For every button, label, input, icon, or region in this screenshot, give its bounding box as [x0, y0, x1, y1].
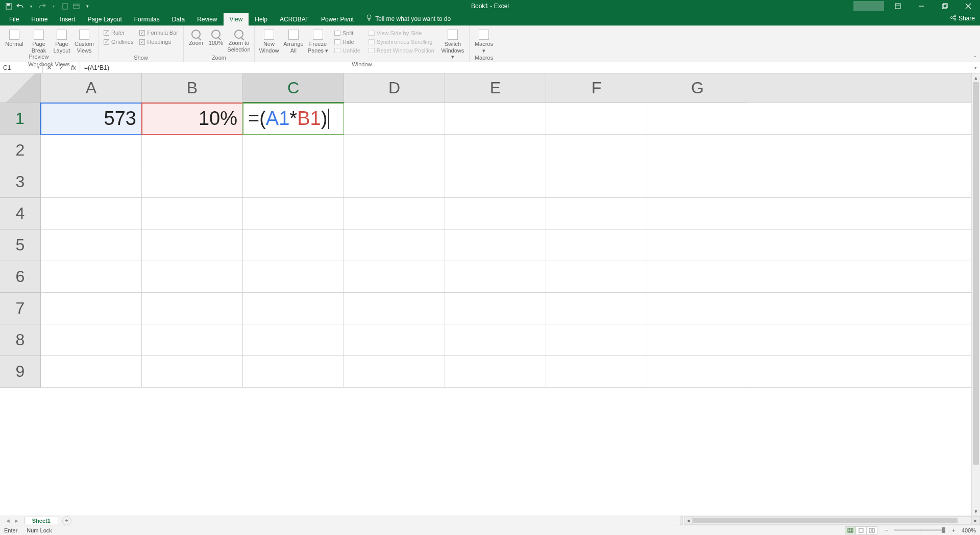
tab-data[interactable]: Data: [166, 13, 191, 26]
cell-D4[interactable]: [344, 198, 445, 230]
row-header-2[interactable]: 2: [0, 135, 41, 166]
row-header-3[interactable]: 3: [0, 166, 41, 198]
cell-E7[interactable]: [445, 293, 546, 324]
row-header-1[interactable]: 1: [0, 103, 41, 135]
tab-power-pivot[interactable]: Power Pivot: [315, 13, 360, 26]
zoom-100-button[interactable]: 100%: [207, 29, 225, 46]
page-layout-shortcut[interactable]: [855, 526, 867, 534]
cell-A6[interactable]: [41, 261, 142, 293]
select-all-corner[interactable]: [0, 73, 41, 103]
row-header-7[interactable]: 7: [0, 293, 41, 324]
ribbon-display-options-icon[interactable]: [886, 0, 910, 12]
cell-G8[interactable]: [647, 324, 748, 356]
cell-B3[interactable]: [142, 166, 243, 198]
tab-acrobat[interactable]: ACROBAT: [274, 13, 315, 26]
cell-D8[interactable]: [344, 324, 445, 356]
minimize-icon[interactable]: [910, 0, 933, 12]
maximize-icon[interactable]: [933, 0, 957, 12]
cell-C9[interactable]: [243, 356, 344, 388]
cell-D2[interactable]: [344, 135, 445, 166]
cell-C3[interactable]: [243, 166, 344, 198]
undo-more-icon[interactable]: ▾: [28, 3, 35, 10]
ruler-checkbox[interactable]: ✓Ruler: [104, 30, 133, 36]
tab-home[interactable]: Home: [25, 13, 54, 26]
cell-A3[interactable]: [41, 166, 142, 198]
cell-G4[interactable]: [647, 198, 748, 230]
redo-more-icon[interactable]: ▾: [50, 3, 57, 10]
name-box-dropdown-icon[interactable]: ▼: [36, 65, 40, 70]
col-header-A[interactable]: A: [41, 73, 142, 103]
cell-D1[interactable]: [344, 103, 445, 135]
cell-E3[interactable]: [445, 166, 546, 198]
split-button[interactable]: Split: [333, 30, 361, 37]
cell-A1[interactable]: 573: [41, 103, 142, 135]
name-box[interactable]: C1 ▼: [0, 62, 43, 73]
unhide-button[interactable]: Unhide: [333, 47, 361, 54]
row-header-6[interactable]: 6: [0, 261, 41, 293]
horizontal-scrollbar[interactable]: ◄ ►: [679, 516, 980, 525]
scroll-up-icon[interactable]: ▲: [972, 73, 980, 82]
vertical-scrollbar[interactable]: ▲ ▼: [971, 73, 980, 516]
hide-button[interactable]: Hide: [333, 38, 361, 45]
cell-D7[interactable]: [344, 293, 445, 324]
col-header-G[interactable]: G: [647, 73, 748, 103]
undo-icon[interactable]: [16, 3, 23, 10]
sheet-nav-prev-icon[interactable]: ◄: [5, 518, 11, 524]
cell-B9[interactable]: [142, 356, 243, 388]
cell-F2[interactable]: [546, 135, 647, 166]
new-file-icon[interactable]: [61, 3, 68, 10]
normal-view-shortcut[interactable]: [845, 526, 856, 534]
col-header-D[interactable]: D: [344, 73, 445, 103]
formula-input[interactable]: =(A1*B1): [80, 62, 971, 73]
expand-formula-bar-icon[interactable]: ▾: [971, 62, 980, 73]
zoom-in-button[interactable]: +: [949, 526, 958, 534]
scroll-left-icon[interactable]: ◄: [684, 516, 693, 525]
cell-G7[interactable]: [647, 293, 748, 324]
save-icon[interactable]: [5, 3, 12, 10]
tab-split-handle[interactable]: [680, 516, 683, 525]
scroll-thumb[interactable]: [973, 82, 979, 465]
macros-button[interactable]: Macros ▾: [473, 29, 495, 54]
cell-F1[interactable]: [546, 103, 647, 135]
new-sheet-button[interactable]: +: [62, 516, 71, 525]
page-break-preview-button[interactable]: Page Break Preview: [28, 29, 50, 60]
cell-F7[interactable]: [546, 293, 647, 324]
zoom-level[interactable]: 400%: [962, 527, 976, 533]
zoom-out-button[interactable]: −: [883, 526, 891, 534]
switch-windows-button[interactable]: Switch Windows ▾: [439, 29, 466, 60]
cell-C8[interactable]: [243, 324, 344, 356]
cell-E1[interactable]: [445, 103, 546, 135]
cell-G2[interactable]: [647, 135, 748, 166]
account-area[interactable]: [853, 1, 884, 11]
tab-page-layout[interactable]: Page Layout: [81, 13, 128, 26]
tab-help[interactable]: Help: [249, 13, 274, 26]
zoom-button[interactable]: Zoom: [187, 29, 205, 46]
tab-file[interactable]: File: [3, 13, 25, 26]
cell-B4[interactable]: [142, 198, 243, 230]
reset-window-position-button[interactable]: Reset Window Position: [368, 47, 435, 54]
cell-C7[interactable]: [243, 293, 344, 324]
scroll-down-icon[interactable]: ▼: [972, 507, 980, 516]
headings-checkbox[interactable]: ✓Headings: [139, 39, 178, 45]
redo-icon[interactable]: [39, 3, 46, 10]
cell-F5[interactable]: [546, 230, 647, 261]
cell-A8[interactable]: [41, 324, 142, 356]
cell-E8[interactable]: [445, 324, 546, 356]
zoom-slider[interactable]: [894, 529, 945, 531]
cell-C1[interactable]: =(A1*B1): [243, 103, 344, 135]
cell-B1[interactable]: 10%: [142, 103, 243, 135]
cell-B5[interactable]: [142, 230, 243, 261]
cell-D5[interactable]: [344, 230, 445, 261]
page-layout-button[interactable]: Page Layout: [52, 29, 71, 54]
col-header-B[interactable]: B: [142, 73, 243, 103]
row-header-8[interactable]: 8: [0, 324, 41, 356]
cell-E6[interactable]: [445, 261, 546, 293]
cell-F3[interactable]: [546, 166, 647, 198]
cell-G9[interactable]: [647, 356, 748, 388]
collapse-ribbon-icon[interactable]: ⌃: [973, 55, 977, 61]
normal-view-button[interactable]: Normal: [3, 29, 26, 47]
cell-B2[interactable]: [142, 135, 243, 166]
sheet-tab-sheet1[interactable]: Sheet1: [24, 517, 58, 524]
freeze-panes-button[interactable]: Freeze Panes ▾: [307, 29, 329, 54]
gridlines-checkbox[interactable]: ✓Gridlines: [104, 39, 133, 45]
